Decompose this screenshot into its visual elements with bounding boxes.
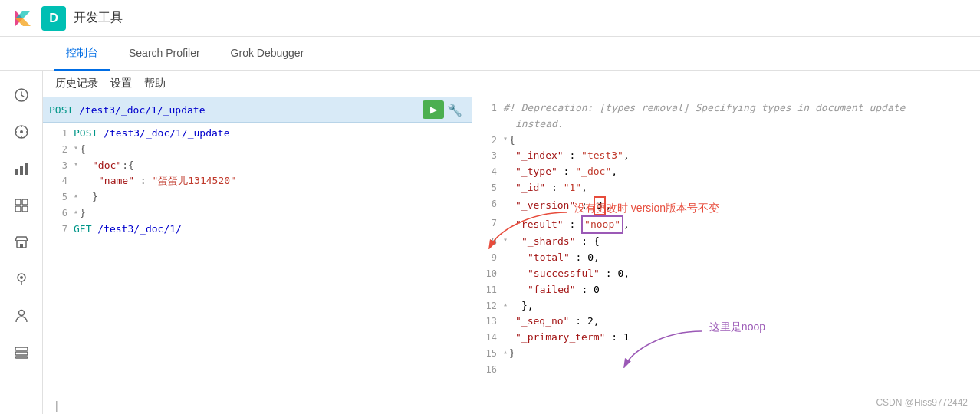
svg-rect-7 xyxy=(15,199,21,205)
svg-rect-17 xyxy=(15,352,28,355)
code-line-4: 4 "name" : "蛋蛋儿1314520" xyxy=(43,173,472,189)
collapse-btn-3[interactable]: ▾ xyxy=(74,158,78,170)
sidebar xyxy=(0,71,43,414)
result-line-1: 1 #! Deprecation: [types removal] Specif… xyxy=(472,100,980,117)
result-line-14: 14 "_primary_term" : 1 xyxy=(472,330,980,346)
svg-rect-8 xyxy=(22,199,28,205)
result-collapse-12[interactable]: ▴ xyxy=(503,298,508,310)
code-line-2: 2 ▾ { xyxy=(43,142,472,158)
wrench-button[interactable]: 🔧 xyxy=(444,100,465,119)
result-line-5: 5 "_id" : "1", xyxy=(472,180,980,196)
sidebar-icon-pin[interactable] xyxy=(6,264,37,294)
collapse-btn-6[interactable]: ▴ xyxy=(74,205,78,218)
toolbar: 历史记录 设置 帮助 xyxy=(43,71,980,97)
result-line-13: 13 "_seq_no" : 2, xyxy=(472,314,980,330)
svg-rect-6 xyxy=(25,163,28,175)
cursor-bar: | xyxy=(43,396,472,414)
result-line-6: 6 "_version" : 3, xyxy=(472,196,980,215)
result-line-7: 7 "result" : "noop", xyxy=(472,215,980,235)
svg-point-15 xyxy=(18,310,24,316)
dev-tools-icon: D xyxy=(41,6,66,31)
editor-header: POST /test3/_doc/1/_update ▶ 🔧 xyxy=(43,97,472,123)
code-line-5: 5 ▴ } xyxy=(43,189,472,205)
svg-rect-18 xyxy=(15,356,28,358)
editor-layout: POST /test3/_doc/1/_update ▶ 🔧 1 POST /t… xyxy=(43,97,980,414)
main-layout: 历史记录 设置 帮助 POST /test3/_doc/1/_update ▶ … xyxy=(0,71,980,414)
result-collapse-8[interactable]: ▾ xyxy=(503,234,508,246)
result-collapse-15[interactable]: ▴ xyxy=(503,346,508,358)
svg-rect-9 xyxy=(15,206,21,212)
svg-rect-4 xyxy=(15,169,18,175)
code-line-1: 1 POST /test3/_doc/1/_update xyxy=(43,126,472,142)
people-icon xyxy=(14,308,29,324)
collapse-btn-2[interactable]: ▾ xyxy=(74,142,78,154)
sidebar-icon-people[interactable] xyxy=(6,301,37,331)
result-line-9: 9 "total" : 0, xyxy=(472,250,980,266)
code-line-3: 3 ▾ "doc":{ xyxy=(43,158,472,174)
left-code-area[interactable]: 1 POST /test3/_doc/1/_update 2 ▾ { 3 ▾ "… xyxy=(43,123,472,396)
sidebar-icon-shop[interactable] xyxy=(6,227,37,258)
result-line-16: 16 xyxy=(472,362,980,377)
svg-rect-5 xyxy=(20,166,23,175)
svg-point-14 xyxy=(20,276,23,279)
kibana-logo xyxy=(12,8,34,29)
left-editor-pane: POST /test3/_doc/1/_update ▶ 🔧 1 POST /t… xyxy=(43,97,472,414)
result-collapse-2[interactable]: ▾ xyxy=(503,133,508,145)
tab-grok-debugger[interactable]: Grok Debugger xyxy=(219,37,317,71)
chart-icon xyxy=(14,161,29,176)
result-line-10: 10 "successful" : 0, xyxy=(472,266,980,282)
shop-icon xyxy=(14,235,29,250)
logo-area: D 开发工具 xyxy=(12,6,123,31)
code-line-6: 6 ▴ } xyxy=(43,205,472,222)
svg-rect-12 xyxy=(20,244,23,248)
sidebar-icon-clock[interactable] xyxy=(6,80,37,110)
result-line-15: 15 ▴ } xyxy=(472,346,980,362)
result-line-2: 2 ▾ { xyxy=(472,133,980,149)
sidebar-icon-stack[interactable] xyxy=(6,337,37,368)
app-title: 开发工具 xyxy=(74,10,123,26)
clock-icon xyxy=(14,87,29,103)
cursor-icon: | xyxy=(55,399,58,412)
svg-point-3 xyxy=(20,130,23,133)
content: 历史记录 设置 帮助 POST /test3/_doc/1/_update ▶ … xyxy=(43,71,980,414)
toolbar-settings[interactable]: 设置 xyxy=(110,77,132,90)
result-line-12: 12 ▴ }, xyxy=(472,298,980,314)
collapse-btn-5[interactable]: ▴ xyxy=(74,189,78,202)
tab-console[interactable]: 控制台 xyxy=(54,37,110,71)
toolbar-help[interactable]: 帮助 xyxy=(144,77,166,90)
tab-search-profiler[interactable]: Search Profiler xyxy=(117,37,212,71)
right-editor-pane: 1 #! Deprecation: [types removal] Specif… xyxy=(472,97,980,414)
watermark: CSDN @Hiss9772442 xyxy=(876,397,968,408)
compass-icon xyxy=(14,124,29,140)
sidebar-icon-grid[interactable] xyxy=(6,190,37,221)
result-line-3: 3 "_index" : "test3", xyxy=(472,148,980,164)
result-line-cont: instead. xyxy=(472,117,980,133)
top-bar: D 开发工具 xyxy=(0,0,980,37)
run-button[interactable]: ▶ xyxy=(423,100,444,119)
result-line-8: 8 ▾ "_shards" : { xyxy=(472,234,980,250)
result-line-11: 11 "failed" : 0 xyxy=(472,282,980,298)
result-area: 1 #! Deprecation: [types removal] Specif… xyxy=(472,97,980,414)
toolbar-history[interactable]: 历史记录 xyxy=(55,77,98,90)
nav-tabs: 控制台 Search Profiler Grok Debugger xyxy=(0,37,980,71)
sidebar-icon-chart[interactable] xyxy=(6,153,37,184)
svg-rect-10 xyxy=(22,206,28,212)
pin-icon xyxy=(14,271,29,287)
grid-icon xyxy=(14,198,29,213)
result-line-4: 4 "_type" : "_doc", xyxy=(472,164,980,180)
sidebar-icon-compass[interactable] xyxy=(6,117,37,147)
code-line-7: 7 GET /test3/_doc/1/ xyxy=(43,222,472,238)
svg-rect-16 xyxy=(15,347,28,350)
stack-icon xyxy=(14,345,29,360)
